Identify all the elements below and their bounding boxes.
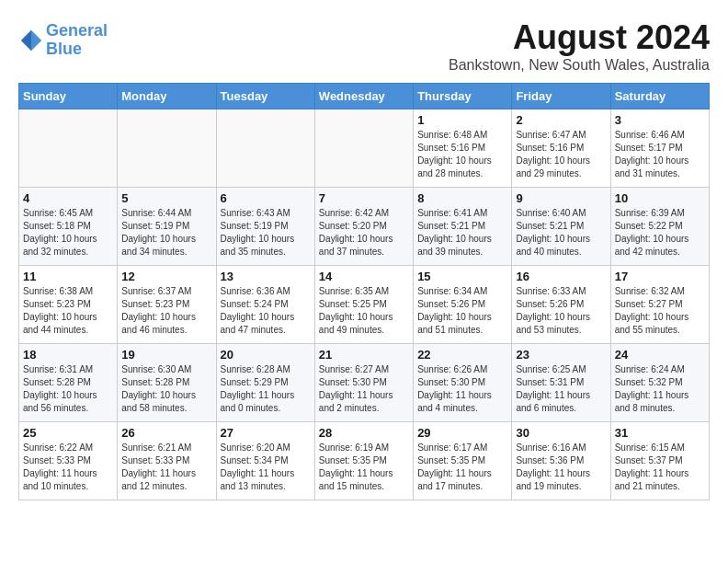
svg-marker-1: [21, 30, 31, 51]
column-header-wednesday: Wednesday: [314, 84, 413, 109]
day-number: 30: [516, 426, 606, 440]
calendar-week-row: 11Sunrise: 6:38 AM Sunset: 5:23 PM Dayli…: [19, 266, 710, 344]
calendar-cell: 23Sunrise: 6:25 AM Sunset: 5:31 PM Dayli…: [512, 344, 610, 422]
page-header: General Blue August 2024 Bankstown, New …: [18, 18, 710, 74]
day-number: 22: [417, 348, 507, 362]
day-number: 10: [615, 191, 705, 205]
calendar-cell: 3Sunrise: 6:46 AM Sunset: 5:17 PM Daylig…: [610, 109, 709, 188]
calendar-cell: [19, 109, 118, 188]
calendar-cell: 5Sunrise: 6:44 AM Sunset: 5:19 PM Daylig…: [118, 188, 216, 266]
title-block: August 2024 Bankstown, New South Wales, …: [449, 18, 710, 74]
calendar-cell: 19Sunrise: 6:30 AM Sunset: 5:28 PM Dayli…: [118, 344, 216, 422]
day-number: 23: [516, 348, 606, 362]
calendar-cell: 31Sunrise: 6:15 AM Sunset: 5:37 PM Dayli…: [610, 422, 709, 500]
calendar-cell: 1Sunrise: 6:48 AM Sunset: 5:16 PM Daylig…: [414, 109, 512, 188]
day-detail: Sunrise: 6:42 AM Sunset: 5:20 PM Dayligh…: [319, 207, 409, 259]
calendar-cell: 14Sunrise: 6:35 AM Sunset: 5:25 PM Dayli…: [314, 266, 413, 344]
logo-icon: [18, 28, 44, 53]
day-detail: Sunrise: 6:17 AM Sunset: 5:35 PM Dayligh…: [417, 442, 507, 493]
calendar-cell: 8Sunrise: 6:41 AM Sunset: 5:21 PM Daylig…: [414, 188, 512, 266]
calendar-cell: 6Sunrise: 6:43 AM Sunset: 5:19 PM Daylig…: [216, 188, 314, 266]
calendar-cell: 29Sunrise: 6:17 AM Sunset: 5:35 PM Dayli…: [414, 422, 512, 500]
day-detail: Sunrise: 6:32 AM Sunset: 5:27 PM Dayligh…: [615, 285, 705, 337]
calendar-week-row: 25Sunrise: 6:22 AM Sunset: 5:33 PM Dayli…: [19, 422, 710, 500]
calendar-cell: 18Sunrise: 6:31 AM Sunset: 5:28 PM Dayli…: [19, 344, 118, 422]
day-number: 4: [23, 191, 113, 205]
day-detail: Sunrise: 6:38 AM Sunset: 5:23 PM Dayligh…: [23, 285, 113, 337]
day-detail: Sunrise: 6:21 AM Sunset: 5:33 PM Dayligh…: [121, 442, 211, 493]
day-number: 18: [23, 348, 113, 362]
day-number: 13: [221, 270, 311, 283]
calendar-table: SundayMondayTuesdayWednesdayThursdayFrid…: [18, 83, 710, 500]
calendar-cell: 16Sunrise: 6:33 AM Sunset: 5:26 PM Dayli…: [512, 266, 610, 344]
calendar-cell: 21Sunrise: 6:27 AM Sunset: 5:30 PM Dayli…: [314, 344, 413, 422]
day-detail: Sunrise: 6:33 AM Sunset: 5:26 PM Dayligh…: [516, 285, 606, 337]
day-number: 27: [221, 426, 311, 440]
day-detail: Sunrise: 6:22 AM Sunset: 5:33 PM Dayligh…: [23, 442, 113, 493]
column-header-thursday: Thursday: [414, 84, 512, 109]
calendar-cell: 27Sunrise: 6:20 AM Sunset: 5:34 PM Dayli…: [216, 422, 314, 500]
calendar-cell: 17Sunrise: 6:32 AM Sunset: 5:27 PM Dayli…: [610, 266, 709, 344]
calendar-cell: 30Sunrise: 6:16 AM Sunset: 5:36 PM Dayli…: [512, 422, 610, 500]
day-detail: Sunrise: 6:34 AM Sunset: 5:26 PM Dayligh…: [417, 285, 507, 337]
calendar-cell: [216, 109, 314, 188]
day-number: 11: [23, 270, 113, 283]
calendar-header-row: SundayMondayTuesdayWednesdayThursdayFrid…: [19, 84, 710, 109]
calendar-cell: 20Sunrise: 6:28 AM Sunset: 5:29 PM Dayli…: [216, 344, 314, 422]
day-number: 6: [221, 191, 311, 205]
day-number: 17: [615, 270, 705, 283]
day-detail: Sunrise: 6:24 AM Sunset: 5:32 PM Dayligh…: [615, 363, 705, 415]
day-detail: Sunrise: 6:35 AM Sunset: 5:25 PM Dayligh…: [319, 285, 409, 337]
day-detail: Sunrise: 6:47 AM Sunset: 5:16 PM Dayligh…: [516, 129, 606, 180]
day-number: 16: [516, 270, 606, 283]
day-number: 15: [417, 270, 507, 283]
subtitle: Bankstown, New South Wales, Australia: [449, 57, 710, 74]
calendar-cell: 15Sunrise: 6:34 AM Sunset: 5:26 PM Dayli…: [414, 266, 512, 344]
day-number: 2: [516, 113, 606, 127]
day-number: 21: [319, 348, 409, 362]
calendar-cell: [118, 109, 216, 188]
calendar-cell: 4Sunrise: 6:45 AM Sunset: 5:18 PM Daylig…: [19, 188, 118, 266]
day-detail: Sunrise: 6:28 AM Sunset: 5:29 PM Dayligh…: [221, 363, 311, 415]
day-detail: Sunrise: 6:40 AM Sunset: 5:21 PM Dayligh…: [516, 207, 606, 259]
day-detail: Sunrise: 6:48 AM Sunset: 5:16 PM Dayligh…: [417, 129, 507, 180]
logo-text: General Blue: [46, 22, 108, 59]
day-number: 19: [121, 348, 211, 362]
column-header-monday: Monday: [118, 84, 216, 109]
main-title: August 2024: [449, 18, 710, 57]
calendar-week-row: 4Sunrise: 6:45 AM Sunset: 5:18 PM Daylig…: [19, 188, 710, 266]
day-number: 8: [417, 191, 507, 205]
day-number: 26: [121, 426, 211, 440]
day-detail: Sunrise: 6:16 AM Sunset: 5:36 PM Dayligh…: [516, 442, 606, 493]
day-number: 9: [516, 191, 606, 205]
day-detail: Sunrise: 6:20 AM Sunset: 5:34 PM Dayligh…: [221, 442, 311, 493]
calendar-cell: [314, 109, 413, 188]
day-number: 24: [615, 348, 705, 362]
day-detail: Sunrise: 6:46 AM Sunset: 5:17 PM Dayligh…: [615, 129, 705, 180]
day-number: 1: [417, 113, 507, 127]
day-detail: Sunrise: 6:26 AM Sunset: 5:30 PM Dayligh…: [417, 363, 507, 415]
day-detail: Sunrise: 6:39 AM Sunset: 5:22 PM Dayligh…: [615, 207, 705, 259]
day-number: 7: [319, 191, 409, 205]
day-number: 12: [121, 270, 211, 283]
calendar-cell: 26Sunrise: 6:21 AM Sunset: 5:33 PM Dayli…: [118, 422, 216, 500]
calendar-cell: 28Sunrise: 6:19 AM Sunset: 5:35 PM Dayli…: [314, 422, 413, 500]
calendar-cell: 22Sunrise: 6:26 AM Sunset: 5:30 PM Dayli…: [414, 344, 512, 422]
svg-marker-0: [31, 30, 41, 51]
day-detail: Sunrise: 6:25 AM Sunset: 5:31 PM Dayligh…: [516, 363, 606, 415]
day-detail: Sunrise: 6:41 AM Sunset: 5:21 PM Dayligh…: [417, 207, 507, 259]
column-header-tuesday: Tuesday: [216, 84, 314, 109]
day-detail: Sunrise: 6:27 AM Sunset: 5:30 PM Dayligh…: [319, 363, 409, 415]
day-detail: Sunrise: 6:19 AM Sunset: 5:35 PM Dayligh…: [319, 442, 409, 493]
day-detail: Sunrise: 6:37 AM Sunset: 5:23 PM Dayligh…: [121, 285, 211, 337]
calendar-week-row: 18Sunrise: 6:31 AM Sunset: 5:28 PM Dayli…: [19, 344, 710, 422]
day-detail: Sunrise: 6:43 AM Sunset: 5:19 PM Dayligh…: [221, 207, 311, 259]
day-number: 3: [615, 113, 705, 127]
column-header-sunday: Sunday: [19, 84, 118, 109]
calendar-cell: 10Sunrise: 6:39 AM Sunset: 5:22 PM Dayli…: [610, 188, 709, 266]
day-detail: Sunrise: 6:31 AM Sunset: 5:28 PM Dayligh…: [23, 363, 113, 415]
calendar-cell: 24Sunrise: 6:24 AM Sunset: 5:32 PM Dayli…: [610, 344, 709, 422]
day-detail: Sunrise: 6:45 AM Sunset: 5:18 PM Dayligh…: [23, 207, 113, 259]
day-detail: Sunrise: 6:15 AM Sunset: 5:37 PM Dayligh…: [615, 442, 705, 493]
calendar-cell: 11Sunrise: 6:38 AM Sunset: 5:23 PM Dayli…: [19, 266, 118, 344]
